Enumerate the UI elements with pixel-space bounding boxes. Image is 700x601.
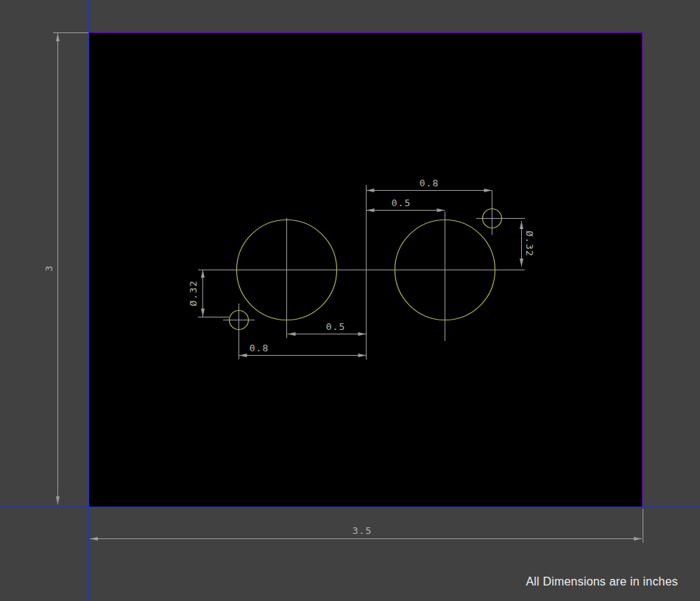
dim-label: 3	[43, 265, 54, 272]
units-note: All Dimensions are in inches	[526, 575, 678, 588]
arrowhead-up	[56, 33, 60, 41]
dim-label: 0.5	[326, 321, 345, 332]
dim-label: 0.8	[250, 342, 269, 354]
arrowhead-right	[634, 537, 642, 541]
dimension-plate-height[interactable]: 3	[43, 33, 88, 505]
arrowhead-left	[90, 537, 98, 541]
dim-label: Ø.32	[524, 231, 535, 256]
cad-viewport: 3 3.5 0.8 0.5 Ø.32 Ø.32	[0, 0, 700, 601]
dim-label: 0.5	[392, 197, 411, 208]
dim-label: Ø.32	[188, 280, 199, 306]
dim-label: 0.8	[420, 178, 439, 189]
arrowhead-down	[56, 496, 60, 505]
dimension-plate-width[interactable]: 3.5	[90, 509, 643, 543]
dim-label: 3.5	[353, 525, 372, 536]
